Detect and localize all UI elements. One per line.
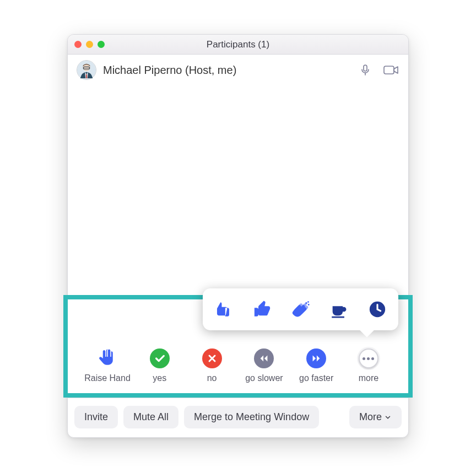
more-reactions-button[interactable]: more (344, 347, 393, 383)
yes-button[interactable]: yes (136, 347, 184, 383)
participant-name: Michael Piperno (Host, me) (103, 64, 348, 77)
more-button[interactable]: More (349, 406, 402, 428)
mic-icon[interactable] (359, 63, 372, 77)
participants-list-area (68, 85, 408, 295)
footer-buttons: Invite Mute All Merge to Meeting Window … (68, 398, 408, 437)
svg-point-8 (307, 301, 309, 303)
clap-reaction[interactable] (290, 298, 312, 320)
reactions-panel-highlight: Raise Hand yes no (63, 295, 413, 398)
svg-rect-3 (364, 65, 367, 71)
raise-hand-button[interactable]: Raise Hand (83, 347, 132, 383)
coffee-reaction[interactable] (328, 298, 350, 320)
thumbs-down-reaction[interactable] (213, 298, 235, 320)
more-icon (357, 347, 380, 370)
window-title: Participants (1) (68, 39, 408, 50)
go-slower-button[interactable]: go slower (240, 347, 288, 383)
invite-button[interactable]: Invite (74, 406, 118, 428)
more-reactions-popup (203, 288, 398, 330)
mute-all-button[interactable]: Mute All (123, 406, 178, 428)
participants-window: Participants (1) Michael Piperno (Host, … (67, 34, 409, 438)
no-icon (201, 347, 224, 370)
go-faster-button[interactable]: go faster (292, 347, 340, 383)
mute-all-label: Mute All (133, 411, 169, 423)
go-faster-icon (305, 347, 328, 370)
invite-label: Invite (84, 411, 108, 423)
raise-hand-icon (96, 347, 119, 370)
close-window-button[interactable] (74, 41, 82, 48)
participant-row[interactable]: Michael Piperno (Host, me) (68, 55, 408, 85)
video-icon[interactable] (383, 64, 399, 76)
svg-rect-5 (384, 66, 394, 74)
chevron-down-icon (384, 414, 392, 421)
yes-label: yes (153, 373, 166, 383)
clock-reaction[interactable] (366, 298, 388, 320)
more-label: more (359, 373, 378, 383)
merge-button[interactable]: Merge to Meeting Window (184, 406, 319, 428)
yes-icon (148, 347, 171, 370)
no-button[interactable]: no (188, 347, 236, 383)
reactions-row: Raise Hand yes no (72, 347, 404, 383)
svg-point-7 (307, 304, 309, 305)
go-slower-icon (252, 347, 275, 370)
more-footer-label: More (359, 411, 382, 423)
minimize-window-button[interactable] (86, 41, 93, 48)
thumbs-up-reaction[interactable] (251, 298, 273, 320)
merge-label: Merge to Meeting Window (194, 411, 309, 423)
titlebar: Participants (1) (68, 35, 408, 55)
go-slower-label: go slower (245, 373, 283, 383)
svg-point-6 (305, 302, 307, 304)
avatar (77, 60, 96, 80)
maximize-window-button[interactable] (98, 41, 105, 48)
go-faster-label: go faster (299, 373, 333, 383)
no-label: no (207, 373, 217, 383)
raise-hand-label: Raise Hand (84, 373, 131, 383)
window-controls (74, 41, 105, 48)
